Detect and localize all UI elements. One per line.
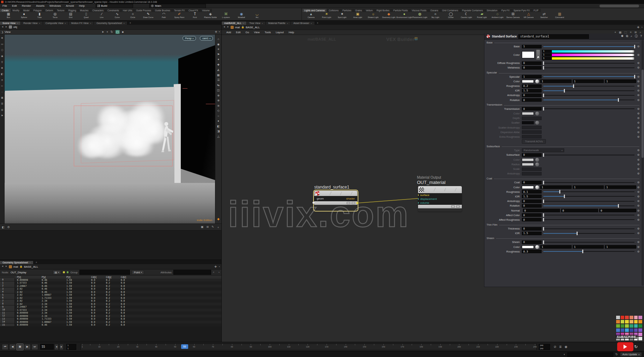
frame-step-field[interactable]: 1: [66, 344, 76, 347]
network-menu-add[interactable]: Add: [224, 31, 233, 34]
param-value-field[interactable]: 0.3: [522, 250, 542, 253]
shelf-tab-vellum[interactable]: Vellum: [364, 9, 375, 12]
display-option-icon[interactable]: ⌂: [217, 37, 219, 41]
param-slider[interactable]: [543, 200, 634, 203]
component-value-field[interactable]: 1: [573, 245, 604, 249]
shelf-tab-volume[interactable]: Volume: [200, 9, 212, 12]
viewport-bottom-icon[interactable]: ＋: [217, 225, 220, 229]
param-slider[interactable]: [543, 232, 634, 235]
color-swatch[interactable]: [522, 112, 534, 115]
network-menu-layout[interactable]: Layout: [273, 31, 286, 34]
shelf-tab-rigging[interactable]: Rigging: [67, 9, 78, 12]
close-tab-icon[interactable]: ×: [17, 22, 18, 24]
network-menu-view[interactable]: View: [251, 31, 262, 34]
view-mode-button[interactable]: ▤ ▾: [53, 270, 61, 275]
param-value-field[interactable]: 0: [522, 240, 542, 244]
input-connector[interactable]: [418, 194, 419, 196]
playbar-option-icon[interactable]: ◉: [565, 345, 567, 349]
menu-edit[interactable]: Edit: [10, 4, 19, 7]
param-slider[interactable]: [543, 227, 634, 231]
viewport-tool-icon[interactable]: ◍: [1, 108, 3, 111]
param-menu-gear-icon[interactable]: ⚙: [636, 195, 640, 198]
shelf-tab-populate-containers[interactable]: Populate Containers: [460, 9, 485, 12]
vector-component-field[interactable]: 0: [561, 209, 598, 212]
vector-component-field[interactable]: 0: [599, 209, 636, 212]
viewport-tool-icon[interactable]: ◧: [1, 73, 4, 76]
param-value-field[interactable]: 0: [522, 61, 542, 65]
viewport-tool-icon[interactable]: ▭: [1, 43, 4, 46]
shelf-tool-font[interactable]: TFont: [187, 12, 203, 18]
shelf-tab-texture[interactable]: Texture: [55, 9, 66, 12]
param-menu-gear-icon[interactable]: ⚙: [636, 158, 640, 161]
viewport-tool-icon[interactable]: ⚑: [1, 114, 3, 117]
shelf-tool-spray-paint[interactable]: ✐Spray Paint: [172, 12, 187, 18]
output-node-input-displacement[interactable]: displacement: [418, 197, 462, 201]
param-value-field[interactable]: [522, 130, 542, 134]
param-slider[interactable]: [543, 153, 634, 157]
surface-node-output[interactable]: shader: [346, 197, 355, 200]
color-preview-sphere[interactable]: [535, 245, 539, 249]
param-menu-gear-icon[interactable]: ⚙: [636, 80, 640, 83]
param-menu-gear-icon[interactable]: ⚙: [636, 240, 640, 244]
param-value-field[interactable]: 0: [522, 200, 542, 203]
viewport-tool-icon[interactable]: ↻: [111, 30, 113, 34]
component-value-field[interactable]: 1: [605, 245, 636, 249]
shelf-tool-ambient-light[interactable]: ◌Ambient Light: [490, 12, 505, 18]
param-slider[interactable]: [543, 94, 634, 97]
group-input[interactable]: [79, 270, 130, 275]
section-header[interactable]: Base: [485, 41, 640, 44]
param-menu-gear-icon[interactable]: ⚙: [636, 172, 640, 175]
slider-handle[interactable]: [633, 50, 634, 53]
node-path[interactable]: OUT_Display: [11, 271, 26, 274]
timeline[interactable]: 1102030405060708090100110120130140150160…: [80, 344, 537, 350]
network-menu-edit[interactable]: Edit: [233, 31, 243, 34]
menu-file[interactable]: File: [0, 4, 10, 7]
pin-tab-icon[interactable]: +: [287, 22, 288, 24]
slider-handle[interactable]: [543, 240, 544, 244]
column-header[interactable]: P[y]: [40, 276, 64, 278]
slider-handle[interactable]: [543, 181, 544, 184]
component-gradient-slider[interactable]: [552, 53, 634, 56]
param-header-icon[interactable]: ⓘ: [635, 34, 638, 38]
desktop-selector[interactable]: Build: [96, 4, 133, 8]
play-button[interactable]: ▶: [24, 344, 31, 350]
slider-handle[interactable]: [618, 204, 619, 208]
table-row[interactable]: 92.246672.341.590.90.20.0: [0, 305, 221, 309]
shelf-tab-sparse-pyro-fx[interactable]: Sparse Pyro FX: [512, 9, 532, 12]
param-menu-gear-icon[interactable]: ⚙: [636, 121, 640, 124]
param-menu-gear-icon[interactable]: ⚙: [636, 214, 640, 217]
param-slider[interactable]: [543, 107, 634, 111]
column-header[interactable]: Cd[x]: [89, 276, 104, 278]
color-preview-sphere[interactable]: [535, 162, 539, 166]
color-swatch[interactable]: [522, 245, 534, 249]
param-menu-gear-icon[interactable]: ⚙: [636, 218, 640, 221]
param-menu-gear-icon[interactable]: ⚙: [636, 245, 640, 249]
param-menu-gear-icon[interactable]: ⚙: [636, 99, 640, 102]
shelf-tool-platonic-solids[interactable]: ◈Platonic Solids: [203, 12, 218, 18]
display-option-icon[interactable]: ☰: [217, 78, 220, 82]
shelf-tool-vr-camera[interactable]: △VR Camera: [521, 12, 536, 18]
param-menu-gear-icon[interactable]: ⚙: [636, 250, 640, 253]
slider-handle[interactable]: [582, 250, 583, 253]
param-menu-gear-icon[interactable]: ⚙: [636, 112, 640, 115]
display-option-icon[interactable]: ◇: [217, 109, 219, 112]
color-preview-sphere[interactable]: [535, 121, 539, 125]
prims-dot-icon[interactable]: [67, 271, 68, 273]
spreadsheet-help-icon[interactable]: ◔: [218, 271, 220, 274]
param-value-field[interactable]: 0: [522, 153, 542, 157]
shelf-tool-command[interactable]: ▥Command: [552, 12, 567, 18]
slider-handle[interactable]: [633, 54, 634, 56]
display-option-icon[interactable]: ◫: [217, 89, 220, 92]
param-menu-gear-icon[interactable]: ⚙: [636, 186, 640, 189]
standard-surface-node[interactable]: geom shader: [314, 191, 357, 210]
param-menu-gear-icon[interactable]: ⚙: [636, 53, 640, 56]
param-menu-gear-icon[interactable]: ⚙: [636, 94, 640, 97]
path-mat[interactable]: mat: [235, 26, 240, 29]
table-row[interactable]: 140.8999991.086671.590.90.20.0: [0, 321, 221, 324]
param-menu-gear-icon[interactable]: ⚙: [636, 190, 640, 194]
pane-help-icon[interactable]: ◔: [641, 26, 643, 29]
camera-view-button[interactable]: cam1▾: [200, 36, 213, 41]
param-header-icon[interactable]: ⌕: [631, 34, 632, 38]
shelf-tool-camera[interactable]: ▲Camera: [303, 12, 319, 18]
slider-handle[interactable]: [543, 218, 544, 221]
